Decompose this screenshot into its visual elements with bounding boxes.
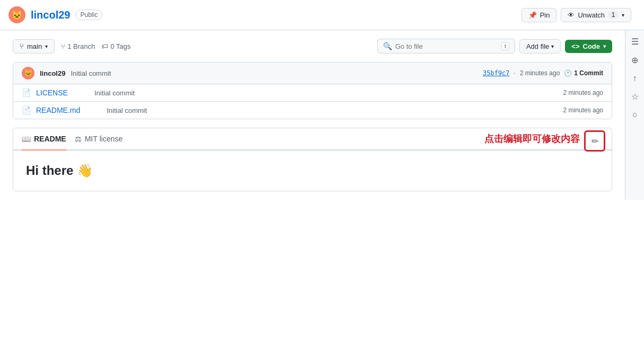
search-icon: 🔍 xyxy=(383,42,392,50)
search-key-hint: t xyxy=(501,42,509,50)
top-bar: 🐱 lincol29 Public 📌 Pin 👁 Unwatch 1 ▾ xyxy=(0,0,644,30)
files-box: 🐱 lincol29 Initial commit 35bf9c7 · 2 mi… xyxy=(13,62,612,119)
edit-button[interactable]: ✏ xyxy=(584,130,605,152)
file-commit-msg: Initial commit xyxy=(94,89,558,97)
code-button[interactable]: <> Code ▾ xyxy=(565,40,612,53)
license-tab[interactable]: ⚖ MIT license xyxy=(75,128,123,150)
commit-hash[interactable]: 35bf9c7 xyxy=(483,69,510,77)
book-icon: 📖 xyxy=(22,135,31,143)
branch-icon: ⑂ xyxy=(20,42,24,50)
branch-count-icon: ⑂ xyxy=(61,42,65,50)
table-row: 📄 LICENSE Initial commit 2 minutes ago xyxy=(13,84,612,102)
search-box[interactable]: 🔍 t xyxy=(377,39,515,54)
commit-header: 🐱 lincol29 Initial commit 35bf9c7 · 2 mi… xyxy=(13,63,612,84)
chevron-down-icon: ▾ xyxy=(622,12,624,18)
branch-tags: ⑂ 1 Branch 🏷 0 Tags xyxy=(61,42,130,50)
file-icon: 📄 xyxy=(22,106,31,114)
scale-icon: ⚖ xyxy=(75,135,82,143)
repo-name[interactable]: lincol29 xyxy=(31,9,70,21)
search-input[interactable] xyxy=(395,42,498,50)
sidebar-icon-upload[interactable]: ↑ xyxy=(633,74,637,83)
code-icon: <> xyxy=(571,42,579,50)
sidebar-icon-circle[interactable]: ○ xyxy=(632,110,638,120)
file-icon: 📄 xyxy=(22,88,31,97)
public-badge: Public xyxy=(75,10,102,20)
readme-header: 📖 README ⚖ MIT license 点击编辑即可修改内容 ✏ xyxy=(13,128,612,150)
main-content: ⑂ main ▾ ⑂ 1 Branch 🏷 0 Tags 🔍 t xyxy=(0,30,625,200)
commit-username[interactable]: lincol29 xyxy=(40,69,65,77)
pin-icon: 📌 xyxy=(528,11,537,19)
commit-count[interactable]: 🕐 1 Commit xyxy=(564,69,603,77)
readme-body: Hi there 👋 xyxy=(13,150,612,191)
commit-time: 2 minutes ago xyxy=(520,69,560,77)
readme-tab[interactable]: 📖 README xyxy=(22,128,66,150)
pencil-icon: ✏ xyxy=(591,136,598,146)
file-name-link[interactable]: README.md xyxy=(36,106,80,114)
branch-chevron-icon: ▾ xyxy=(45,43,48,49)
commit-avatar: 🐱 xyxy=(22,67,34,79)
sidebar-icon-list[interactable]: ☰ xyxy=(631,37,639,47)
commit-message: Initial commit xyxy=(71,69,111,77)
history-icon: 🕐 xyxy=(564,69,572,77)
top-actions: 📌 Pin 👁 Unwatch 1 ▾ xyxy=(521,8,631,22)
table-row: 📄 README.md Initial commit 2 minutes ago xyxy=(13,102,612,119)
tag-count-link[interactable]: 🏷 0 Tags xyxy=(101,42,130,50)
sidebar-icon-star[interactable]: ☆ xyxy=(631,92,639,102)
readme-box: 📖 README ⚖ MIT license 点击编辑即可修改内容 ✏ Hi t… xyxy=(13,128,612,191)
unwatch-button[interactable]: 👁 Unwatch 1 ▾ xyxy=(561,8,631,22)
commit-meta: 35bf9c7 · 2 minutes ago 🕐 1 Commit xyxy=(483,69,603,77)
add-file-button[interactable]: Add file ▾ xyxy=(519,39,561,54)
sidebar-icon-add[interactable]: ⊕ xyxy=(631,55,638,65)
readme-heading: Hi there 👋 xyxy=(26,163,599,178)
avatar: 🐱 xyxy=(8,6,25,23)
code-chevron-icon: ▾ xyxy=(603,43,606,49)
add-file-chevron-icon: ▾ xyxy=(551,43,554,49)
file-commit-msg: Initial commit xyxy=(107,107,558,114)
eye-icon: 👁 xyxy=(568,11,575,19)
toolbar-right: 🔍 t Add file ▾ <> Code ▾ xyxy=(377,39,612,54)
file-time: 2 minutes ago xyxy=(563,89,603,96)
annotation-text: 点击编辑即可修改内容 xyxy=(484,132,580,145)
repo-identity: 🐱 lincol29 Public xyxy=(8,6,102,23)
branch-selector[interactable]: ⑂ main ▾ xyxy=(13,39,55,54)
unwatch-count: 1 xyxy=(608,11,619,19)
repo-toolbar: ⑂ main ▾ ⑂ 1 Branch 🏷 0 Tags 🔍 t xyxy=(13,39,612,54)
tag-icon: 🏷 xyxy=(101,42,108,50)
file-time: 2 minutes ago xyxy=(563,107,603,114)
pin-button[interactable]: 📌 Pin xyxy=(521,8,557,22)
page-layout: ⑂ main ▾ ⑂ 1 Branch 🏷 0 Tags 🔍 t xyxy=(0,30,644,200)
branch-count-link[interactable]: ⑂ 1 Branch xyxy=(61,42,95,50)
file-name-link[interactable]: LICENSE xyxy=(36,88,68,97)
commit-separator: · xyxy=(514,69,516,77)
right-sidebar: ☰ ⊕ ↑ ☆ ○ xyxy=(625,30,644,200)
